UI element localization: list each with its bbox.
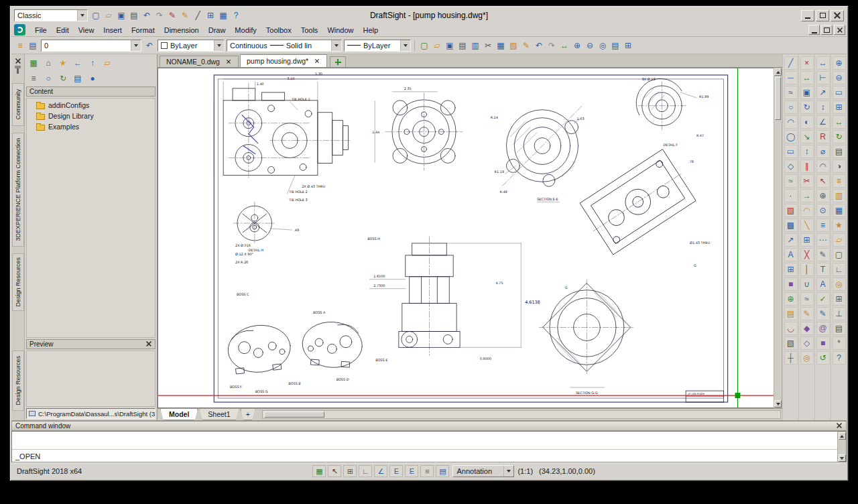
etrack-toggle-icon[interactable]: E: [405, 465, 418, 477]
web-icon[interactable]: ●: [86, 72, 99, 84]
zoom-fit-icon[interactable]: ◎: [597, 40, 609, 52]
linestyle-select[interactable]: Continuous Solid lin: [227, 40, 342, 52]
canvas-vertical-scrollbar[interactable]: [774, 68, 782, 408]
command-history[interactable]: [12, 432, 846, 449]
layer-states-icon[interactable]: ▤: [27, 40, 39, 52]
undo-icon[interactable]: ↶: [141, 9, 153, 21]
leader-icon[interactable]: ↖: [816, 174, 830, 188]
format-painter-icon[interactable]: ✎: [520, 40, 532, 52]
dock-tab-design-resources-2[interactable]: Design Resources: [12, 351, 24, 411]
named-views-icon[interactable]: ▤: [833, 145, 846, 158]
minimize-button[interactable]: [801, 10, 814, 21]
palette-pin-button[interactable]: [13, 66, 23, 75]
back-icon[interactable]: ←: [72, 57, 84, 69]
move-icon[interactable]: ↔: [800, 71, 814, 84]
trim-icon[interactable]: ✂: [800, 174, 814, 188]
home-icon[interactable]: ⌂: [42, 57, 54, 69]
spell-check-icon[interactable]: ✓: [816, 292, 830, 306]
tab-pump-housing[interactable]: pump housing.dwg*: [240, 54, 327, 67]
cut-icon[interactable]: ✂: [482, 40, 494, 52]
sheet-icon[interactable]: ▦: [217, 9, 229, 21]
scroll-up-button[interactable]: [839, 432, 846, 440]
chamfer-icon[interactable]: ╲: [800, 218, 814, 232]
save-icon[interactable]: ▣: [115, 9, 127, 21]
scroll-down-button[interactable]: [774, 400, 782, 407]
angular-dimension-icon[interactable]: ∠: [816, 115, 830, 129]
copy-entity-icon[interactable]: ▣: [800, 86, 814, 99]
undo-icon[interactable]: ↶: [533, 40, 545, 52]
rotate-icon[interactable]: ↻: [800, 101, 814, 114]
scroll-up-button[interactable]: [774, 68, 782, 76]
rectangle-icon[interactable]: ▭: [784, 145, 798, 158]
fillet-icon[interactable]: ◠: [800, 204, 814, 217]
centerline-icon[interactable]: ┼: [784, 351, 798, 365]
menu-file[interactable]: File: [30, 25, 52, 36]
offset-icon[interactable]: ∥: [800, 160, 814, 173]
close-tab-icon[interactable]: [315, 59, 319, 63]
copy-item-icon[interactable]: ▦: [27, 57, 40, 69]
menu-view[interactable]: View: [74, 25, 99, 36]
grid-settings-icon[interactable]: ⊞: [833, 292, 846, 306]
scrollbar-thumb[interactable]: [264, 412, 324, 418]
doc-close-button[interactable]: [834, 25, 845, 35]
add-sheet-button[interactable]: +: [241, 409, 255, 420]
menu-toolbox[interactable]: Toolbox: [261, 25, 296, 36]
print-icon[interactable]: ▤: [128, 9, 140, 21]
split-icon[interactable]: │: [800, 263, 814, 276]
redo-icon[interactable]: ↷: [154, 9, 166, 21]
print-icon[interactable]: ▤: [456, 40, 469, 52]
new-folder-icon[interactable]: ▱: [101, 57, 113, 69]
lineweight-select[interactable]: ByLayer: [344, 40, 411, 52]
attribute-icon[interactable]: @: [816, 322, 830, 335]
ungroup-icon[interactable]: ◇: [800, 336, 814, 350]
up-icon[interactable]: ↑: [86, 57, 99, 69]
zoom-window-icon[interactable]: ⊕: [571, 40, 583, 52]
menu-format[interactable]: Format: [127, 25, 160, 36]
close-tab-icon[interactable]: [227, 60, 231, 64]
line-color-select[interactable]: ByLayer: [158, 40, 225, 52]
arc-icon[interactable]: ◠: [784, 115, 798, 129]
arc-length-dimension-icon[interactable]: ◠: [816, 160, 830, 173]
continue-dimension-icon[interactable]: ⋯: [816, 233, 830, 247]
menu-window[interactable]: Window: [322, 25, 358, 36]
smart-dimension-icon[interactable]: ↔: [816, 56, 830, 70]
edit-annotation-icon[interactable]: ✎: [816, 307, 830, 320]
polyline-icon[interactable]: ≈: [784, 86, 798, 99]
stretch-icon[interactable]: ↕: [800, 145, 814, 158]
help-icon[interactable]: ?: [833, 351, 846, 365]
diameter-dimension-icon[interactable]: ⌀: [816, 145, 830, 158]
palette-close-button[interactable]: [13, 56, 23, 65]
zoom-out-icon[interactable]: ⊖: [833, 71, 846, 84]
pan-icon[interactable]: ↔: [833, 115, 846, 129]
layer-previous-icon[interactable]: ↶: [143, 40, 156, 52]
redo-icon[interactable]: ↷: [546, 40, 558, 52]
insert-block-icon[interactable]: ⊕: [784, 292, 798, 306]
open-icon[interactable]: ▱: [103, 9, 115, 21]
command-input[interactable]: _OPEN: [12, 449, 846, 462]
pan-icon[interactable]: ↔: [558, 40, 570, 52]
favorites-icon[interactable]: ★: [57, 57, 69, 69]
weld-icon[interactable]: ∪: [800, 277, 814, 291]
menu-draw[interactable]: Draw: [204, 25, 231, 36]
copy-icon[interactable]: ▦: [495, 40, 507, 52]
esnap-toggle-icon[interactable]: E: [389, 465, 403, 477]
menu-dimension[interactable]: Dimension: [160, 25, 204, 36]
tab-model[interactable]: Model: [160, 409, 198, 420]
save-icon[interactable]: ▣: [444, 40, 456, 52]
tree-item-design-library[interactable]: Design Library: [28, 112, 154, 120]
open-icon[interactable]: ▱: [431, 40, 443, 52]
tab-noname-0[interactable]: NONAME_0.dwg: [160, 56, 239, 67]
new-document-tab-button[interactable]: [330, 56, 346, 67]
point-icon[interactable]: ∙: [784, 189, 798, 202]
revision-cloud-icon[interactable]: ◡: [784, 322, 798, 335]
ellipse-icon[interactable]: ◯: [784, 130, 798, 143]
menu-modify[interactable]: Modify: [230, 25, 261, 36]
ordinate-dimension-icon[interactable]: ↕: [816, 101, 830, 114]
markup-pen-icon[interactable]: ✎: [166, 9, 178, 21]
aligned-dimension-icon[interactable]: ↗: [816, 86, 830, 99]
help-icon[interactable]: ?: [230, 9, 242, 21]
linear-dimension-icon[interactable]: ⊢: [816, 71, 830, 84]
scroll-down-button[interactable]: [839, 454, 846, 462]
line-icon[interactable]: ╱: [784, 56, 798, 70]
lineweight-toggle-icon[interactable]: ≡: [420, 465, 434, 477]
